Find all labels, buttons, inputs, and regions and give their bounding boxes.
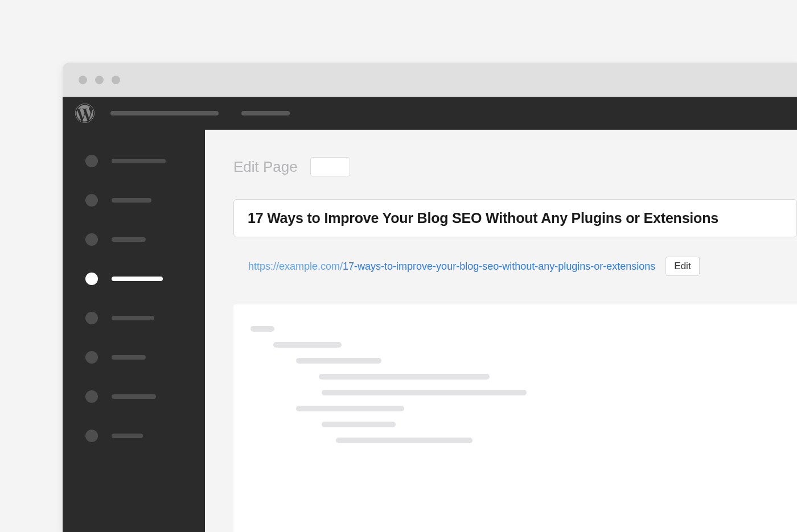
sidebar-item-icon bbox=[85, 430, 98, 442]
permalink-slug: 17-ways-to-improve-your-blog-seo-without… bbox=[343, 261, 655, 272]
sidebar-item-icon bbox=[85, 233, 98, 246]
sidebar-item[interactable] bbox=[85, 351, 205, 364]
sidebar-item-icon bbox=[85, 351, 98, 364]
sidebar-item[interactable] bbox=[85, 273, 205, 285]
editor-placeholder-line bbox=[250, 326, 274, 332]
app-body: Edit Page 17 Ways to Improve Your Blog S… bbox=[63, 130, 797, 532]
sidebar-item-label bbox=[112, 316, 154, 320]
editor-placeholder-line bbox=[273, 342, 342, 348]
sidebar-item-icon bbox=[85, 194, 98, 207]
sidebar-item-label bbox=[112, 237, 146, 242]
sidebar-item-label bbox=[112, 394, 156, 399]
editor-placeholder-line bbox=[322, 390, 527, 395]
page-title: Edit Page bbox=[233, 158, 298, 176]
sidebar-item[interactable] bbox=[85, 390, 205, 403]
permalink-base: https://example.com/ bbox=[248, 261, 343, 272]
app-frame: Edit Page 17 Ways to Improve Your Blog S… bbox=[63, 97, 797, 532]
topbar-item[interactable] bbox=[110, 111, 219, 116]
sidebar-item-icon bbox=[85, 155, 98, 167]
sidebar-item[interactable] bbox=[85, 312, 205, 324]
editor-placeholder-line bbox=[322, 422, 396, 427]
sidebar-item-icon bbox=[85, 312, 98, 324]
editor-placeholder-line bbox=[296, 406, 404, 411]
sidebar-item[interactable] bbox=[85, 194, 205, 207]
add-new-button[interactable] bbox=[310, 157, 350, 176]
sidebar-item[interactable] bbox=[85, 430, 205, 442]
admin-sidebar bbox=[63, 130, 205, 532]
window-minimize-dot[interactable] bbox=[95, 76, 104, 84]
sidebar-item[interactable] bbox=[85, 155, 205, 167]
window-maximize-dot[interactable] bbox=[112, 76, 120, 84]
editor-placeholder-line bbox=[336, 438, 473, 443]
wordpress-logo-icon[interactable] bbox=[75, 104, 95, 123]
sidebar-item-label bbox=[112, 355, 146, 360]
sidebar-item-label bbox=[112, 159, 166, 163]
permalink-row: https://example.com/17-ways-to-improve-y… bbox=[233, 257, 797, 276]
editor-placeholder-line bbox=[319, 374, 490, 380]
page-header: Edit Page bbox=[233, 157, 797, 176]
sidebar-item[interactable] bbox=[85, 233, 205, 246]
editor-placeholder-line bbox=[296, 358, 381, 364]
editor-body[interactable] bbox=[233, 304, 797, 532]
permalink-url: https://example.com/17-ways-to-improve-y… bbox=[248, 261, 655, 273]
edit-permalink-button[interactable]: Edit bbox=[665, 257, 699, 276]
window-titlebar bbox=[63, 63, 797, 97]
browser-window: Edit Page 17 Ways to Improve Your Blog S… bbox=[63, 63, 797, 532]
sidebar-item-label bbox=[112, 277, 163, 281]
window-close-dot[interactable] bbox=[79, 76, 87, 84]
post-title-input[interactable]: 17 Ways to Improve Your Blog SEO Without… bbox=[233, 199, 797, 237]
topbar-item[interactable] bbox=[241, 111, 290, 116]
sidebar-item-label bbox=[112, 198, 151, 203]
sidebar-item-icon bbox=[85, 273, 98, 285]
main-content: Edit Page 17 Ways to Improve Your Blog S… bbox=[205, 130, 797, 532]
sidebar-item-icon bbox=[85, 390, 98, 403]
admin-topbar bbox=[63, 97, 797, 130]
sidebar-item-label bbox=[112, 434, 143, 438]
